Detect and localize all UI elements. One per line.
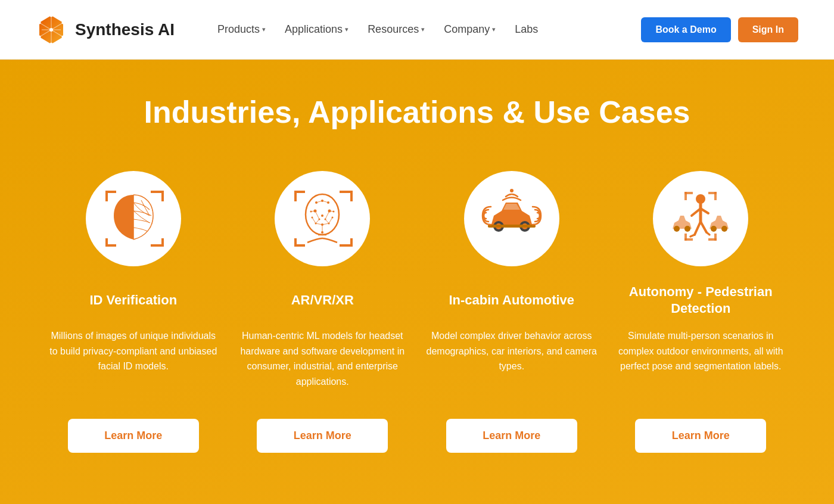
svg-line-56	[312, 217, 316, 223]
card-pedestrian: Autonomy - Pedestrian Detection Simulate…	[615, 171, 787, 453]
svg-rect-23	[340, 191, 350, 193]
nav-item-labs[interactable]: Labs	[508, 18, 545, 41]
ar-vr-xr-learn-more[interactable]: Learn More	[257, 419, 388, 453]
in-cabin-title: In-cabin Automotive	[449, 283, 574, 318]
svg-rect-15	[161, 191, 164, 201]
svg-rect-27	[340, 244, 350, 247]
logo-text: Synthesis AI	[75, 20, 175, 39]
logo-icon	[36, 14, 67, 45]
svg-point-66	[674, 226, 680, 232]
ar-vr-xr-title: AR/VR/XR	[291, 283, 354, 318]
svg-line-52	[316, 219, 319, 223]
svg-point-68	[711, 226, 717, 232]
svg-point-65	[510, 189, 514, 192]
main-section: Industries, Applications & Use Cases	[0, 60, 834, 504]
svg-rect-28	[350, 238, 353, 247]
svg-point-11	[49, 28, 53, 32]
nav-item-company[interactable]: Company ▾	[437, 18, 503, 41]
svg-line-77	[707, 232, 709, 235]
svg-point-9	[38, 35, 41, 38]
products-chevron-icon: ▾	[262, 26, 266, 33]
cards-row: ID Verification Millions of images of un…	[48, 171, 786, 453]
card-id-verification: ID Verification Millions of images of un…	[48, 171, 219, 453]
pedestrian-desc: Simulate multi-person scenarios in compl…	[615, 328, 787, 400]
svg-rect-83	[684, 234, 687, 241]
svg-line-47	[322, 201, 328, 203]
svg-rect-22	[294, 191, 297, 201]
id-verification-learn-more[interactable]: Learn More	[68, 419, 199, 453]
in-cabin-learn-more[interactable]: Learn More	[446, 419, 577, 453]
svg-rect-81	[714, 192, 717, 200]
sign-in-button[interactable]: Sign In	[738, 17, 798, 42]
nav-item-resources[interactable]: Resources ▾	[360, 18, 432, 41]
nav-item-products[interactable]: Products ▾	[210, 18, 273, 41]
nav-links: Products ▾ Applications ▾ Resources ▾ Co…	[210, 18, 641, 41]
section-title: Industries, Applications & Use Cases	[144, 95, 690, 129]
company-chevron-icon: ▾	[492, 26, 496, 33]
id-verification-icon-circle	[86, 171, 181, 266]
nav-item-applications[interactable]: Applications ▾	[278, 18, 356, 41]
id-verification-desc: Millions of images of unique individuals…	[48, 328, 219, 400]
applications-chevron-icon: ▾	[345, 26, 348, 33]
svg-rect-79	[684, 192, 687, 200]
svg-line-50	[315, 211, 319, 219]
svg-rect-14	[151, 191, 161, 193]
svg-line-74	[695, 222, 701, 235]
svg-line-76	[690, 235, 695, 237]
svg-rect-85	[714, 234, 717, 241]
svg-rect-26	[294, 238, 297, 247]
svg-line-53	[325, 219, 329, 223]
resources-chevron-icon: ▾	[421, 26, 425, 33]
ar-vr-xr-icon	[290, 186, 355, 251]
svg-point-37	[321, 214, 323, 217]
pedestrian-icon	[668, 186, 733, 251]
logo-area[interactable]: Synthesis AI	[36, 14, 175, 45]
ar-vr-xr-icon-circle	[275, 171, 370, 266]
svg-point-7	[62, 35, 65, 38]
svg-line-51	[325, 211, 329, 219]
svg-point-67	[684, 226, 690, 232]
book-demo-button[interactable]: Book a Demo	[641, 17, 730, 42]
pedestrian-learn-more[interactable]: Learn More	[635, 419, 766, 453]
nav-buttons: Book a Demo Sign In	[641, 17, 798, 42]
svg-rect-13	[105, 191, 108, 201]
svg-rect-64	[488, 225, 536, 228]
in-cabin-icon-circle	[464, 171, 559, 266]
in-cabin-icon	[479, 186, 544, 251]
svg-point-69	[721, 226, 727, 232]
in-cabin-desc: Model complex driver behavior across dem…	[426, 328, 598, 400]
id-verification-icon	[101, 186, 166, 251]
svg-rect-18	[151, 244, 161, 247]
svg-rect-24	[350, 191, 353, 201]
card-ar-vr-xr: AR/VR/XR Human-centric ML models for hea…	[237, 171, 409, 453]
ar-vr-xr-desc: Human-centric ML models for headset hard…	[237, 328, 409, 400]
id-verification-title: ID Verification	[89, 283, 177, 318]
svg-rect-17	[105, 238, 108, 247]
pedestrian-title: Autonomy - Pedestrian Detection	[615, 283, 787, 318]
svg-point-6	[62, 21, 65, 24]
pedestrian-icon-circle	[653, 171, 748, 266]
svg-point-10	[38, 21, 41, 24]
card-in-cabin: In-cabin Automotive Model complex driver…	[426, 171, 598, 453]
svg-line-46	[316, 201, 322, 203]
svg-line-57	[329, 217, 332, 223]
svg-line-75	[701, 222, 707, 232]
svg-rect-19	[161, 238, 164, 247]
navbar: Synthesis AI Products ▾ Applications ▾ R…	[0, 0, 834, 60]
